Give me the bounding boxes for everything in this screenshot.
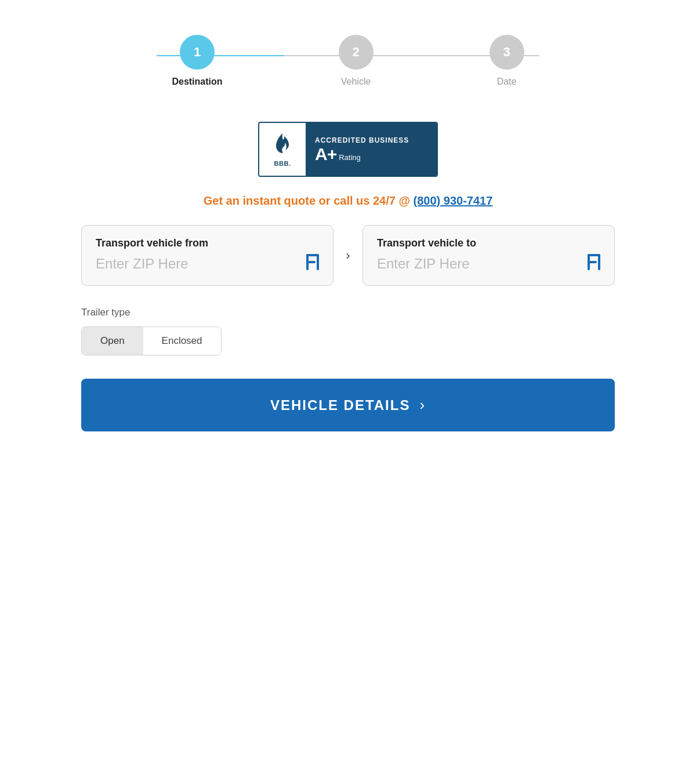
to-zip-box[interactable]: Transport vehicle to Enter ZIP Here xyxy=(362,225,615,286)
svg-rect-3 xyxy=(306,261,316,263)
step-3-number: 3 xyxy=(503,45,510,60)
step-2-number: 2 xyxy=(352,45,359,60)
to-zip-input-row: Enter ZIP Here xyxy=(377,254,600,274)
step-1-label: Destination xyxy=(172,77,222,87)
trailer-option-enclosed[interactable]: Enclosed xyxy=(143,327,221,355)
from-zip-location-icon xyxy=(306,254,319,274)
trailer-label: Trailer type xyxy=(81,307,615,318)
step-3-label: Date xyxy=(497,77,517,87)
bbb-left: BBB. xyxy=(259,123,306,176)
to-zip-location-icon xyxy=(588,254,600,274)
vehicle-details-arrow: › xyxy=(419,396,426,414)
from-zip-label: Transport vehicle from xyxy=(96,237,319,249)
vehicle-details-button[interactable]: VEHICLE DETAILS › xyxy=(81,379,615,431)
quote-section: Get an instant quote or call us 24/7 @ (… xyxy=(81,194,615,208)
svg-rect-6 xyxy=(588,254,600,256)
bbb-abbr: BBB. xyxy=(274,160,291,167)
svg-rect-2 xyxy=(306,254,319,256)
to-zip-label: Transport vehicle to xyxy=(377,237,600,249)
bbb-flame-icon xyxy=(271,132,293,160)
trailer-option-open[interactable]: Open xyxy=(82,327,143,355)
step-2-circle[interactable]: 2 xyxy=(339,35,374,70)
from-zip-box[interactable]: Transport vehicle from Enter ZIP Here xyxy=(81,225,334,286)
phone-link[interactable]: (800) 930-7417 xyxy=(414,194,493,207)
zip-arrow: › xyxy=(334,248,362,263)
svg-rect-5 xyxy=(598,254,600,270)
from-zip-placeholder: Enter ZIP Here xyxy=(96,256,188,272)
to-zip-placeholder: Enter ZIP Here xyxy=(377,256,470,272)
trailer-toggle: Open Enclosed xyxy=(81,326,222,355)
step-2: 2 Vehicle xyxy=(339,35,374,87)
quote-main-text: Get an instant quote or call us 24/7 @ xyxy=(204,194,410,207)
bbb-accredited-text: ACCREDITED BUSINESS xyxy=(315,136,427,144)
svg-rect-7 xyxy=(588,261,597,263)
step-1: 1 Destination xyxy=(172,35,222,87)
bbb-badge: BBB. ACCREDITED BUSINESS A+ Rating xyxy=(258,122,438,177)
svg-rect-1 xyxy=(317,254,319,270)
bbb-right: ACCREDITED BUSINESS A+ Rating xyxy=(306,123,437,176)
bbb-rating: A+ xyxy=(315,146,336,163)
bbb-rating-suffix: Rating xyxy=(339,153,361,162)
step-1-circle[interactable]: 1 xyxy=(180,35,215,70)
step-1-number: 1 xyxy=(194,45,201,60)
from-zip-input-row: Enter ZIP Here xyxy=(96,254,319,274)
progress-bar: 1 Destination 2 Vehicle 3 Date xyxy=(81,23,615,99)
step-3: 3 Date xyxy=(490,35,524,87)
page-container: 1 Destination 2 Vehicle 3 Date xyxy=(46,0,650,466)
step-2-label: Vehicle xyxy=(341,77,371,87)
zip-fields-container: Transport vehicle from Enter ZIP Here › … xyxy=(81,225,615,286)
bbb-container: BBB. ACCREDITED BUSINESS A+ Rating xyxy=(81,122,615,177)
arrow-icon: › xyxy=(346,248,350,263)
trailer-section: Trailer type Open Enclosed xyxy=(81,307,615,355)
steps-container: 1 Destination 2 Vehicle 3 Date xyxy=(172,35,524,87)
step-3-circle[interactable]: 3 xyxy=(490,35,524,70)
vehicle-details-label: VEHICLE DETAILS xyxy=(270,397,411,413)
